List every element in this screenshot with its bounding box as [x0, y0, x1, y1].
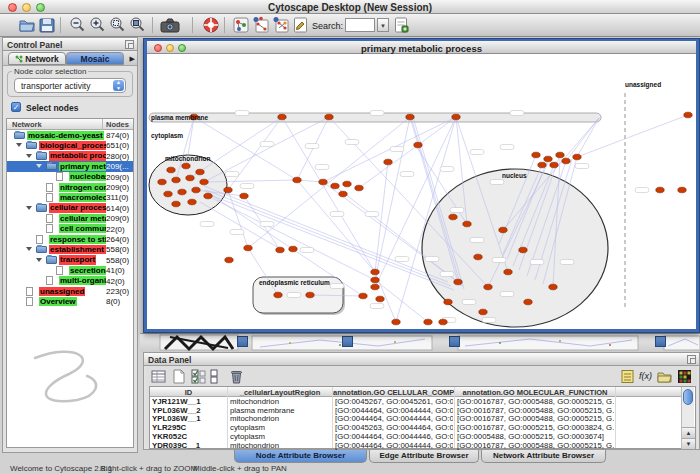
table-cell: mitochondrion [230, 415, 331, 424]
tree-row[interactable]: macromolecule311(0) [7, 192, 133, 202]
data-panel: Data Panel f(x) ID [143, 352, 700, 450]
zoom-fit-icon[interactable] [128, 16, 146, 34]
zoom-selected-icon[interactable] [108, 16, 126, 34]
tree-row[interactable]: unassigned223(0) [7, 286, 133, 296]
expand-icon[interactable] [36, 164, 42, 168]
birds-eye-view[interactable] [7, 308, 133, 447]
attribute-table: ID _cellularLayoutRegion annotation.GO C… [149, 386, 696, 449]
unselect-attributes-icon[interactable] [209, 369, 224, 384]
select-attributes-icon[interactable] [191, 369, 206, 384]
table-scrollbar[interactable]: ▲ ▼ [681, 387, 694, 449]
save-icon[interactable] [38, 16, 56, 34]
background-window-icon[interactable] [237, 336, 248, 347]
tree-row[interactable]: metabolic process280(0) [7, 151, 133, 161]
heatmap-icon[interactable] [677, 369, 692, 384]
birds-eye-network-preview [7, 308, 133, 447]
background-windows-strip[interactable] [140, 333, 700, 352]
tree-row[interactable]: Overview8(0) [7, 296, 133, 306]
tree-node-count: 558(0) [106, 245, 129, 254]
snapshot-icon[interactable] [160, 16, 180, 34]
help-ring-icon[interactable] [202, 16, 220, 34]
tree-row[interactable]: biological_process651(0) [7, 140, 133, 150]
expand-icon[interactable] [16, 143, 22, 147]
vizmapper-icon[interactable] [252, 16, 270, 34]
scroll-down-icon[interactable]: ▼ [682, 438, 695, 449]
table-row[interactable]: YPL036W__2plasma membrane[GO:0044464, GO… [150, 407, 682, 416]
background-window-icon[interactable] [449, 336, 460, 347]
search-input[interactable] [345, 18, 375, 32]
attribute-table-body: YJR121W__1mitochondrion[GO:0045267, GO:0… [150, 398, 682, 450]
import-attributes-icon[interactable] [657, 369, 672, 384]
tree-row[interactable]: secretion41(0) [7, 265, 133, 275]
network-node [178, 189, 186, 195]
tree-row[interactable]: cell communicat22(0) [7, 224, 133, 234]
folder-icon [36, 204, 47, 212]
new-attribute-icon[interactable] [171, 369, 186, 384]
select-nodes-checkbox[interactable]: ✓ [11, 102, 21, 112]
tree-row[interactable]: mosaic-demo-yeast874(0) [7, 130, 133, 140]
tree-row[interactable]: cellular process614(0) [7, 203, 133, 213]
table-row[interactable]: YPL036W__1mitochondrion[GO:0044464, GO:0… [150, 415, 682, 424]
tree-node-count: 22(0) [106, 225, 125, 234]
tree-row[interactable]: cellular metabol209(0) [7, 213, 133, 223]
tree-header[interactable]: Network Nodes [7, 119, 133, 130]
filter-icon[interactable] [272, 16, 290, 34]
tree-row[interactable]: establishment of lo558(0) [7, 244, 133, 254]
node-label-pill [462, 300, 476, 305]
network-node [573, 154, 581, 160]
zoom-in-icon[interactable] [88, 16, 106, 34]
open-icon[interactable] [18, 16, 36, 34]
new-document-icon[interactable] [394, 16, 409, 34]
network-node [532, 152, 540, 158]
table-row[interactable]: YKR052Ccytoplasm[GO:0044464, GO:0044446,… [150, 433, 682, 442]
table-row[interactable]: YDR039C__1mitochondrion[GO:0044464, GO:0… [150, 442, 682, 451]
network-node [392, 319, 400, 325]
network-node [343, 181, 351, 187]
search-options-icon[interactable]: ▼ [377, 18, 389, 32]
attribute-table-icon[interactable] [151, 369, 166, 384]
zoom-out-icon[interactable] [68, 16, 86, 34]
annotation-icon[interactable] [293, 16, 308, 34]
tree-row[interactable]: primary metabol209(... [7, 161, 133, 171]
scroll-up-icon[interactable]: ▲ [682, 427, 695, 438]
delete-attribute-icon[interactable] [229, 369, 244, 384]
tab-network[interactable]: Network [8, 52, 66, 65]
tree-row[interactable]: transport558(0) [7, 255, 133, 265]
expand-icon[interactable] [36, 258, 42, 262]
node-label-pill [287, 293, 301, 298]
tree-row[interactable]: multi-organism pro42(0) [7, 276, 133, 286]
tree-row[interactable]: nucleobase-c209(0) [7, 172, 133, 182]
file-icon [36, 235, 43, 244]
float-panel-icon[interactable] [687, 355, 696, 364]
table-cell: cytoplasm [230, 424, 331, 433]
attribute-table-header[interactable]: ID _cellularLayoutRegion annotation.GO C… [150, 387, 682, 397]
expand-icon[interactable] [26, 154, 32, 158]
notepad-icon[interactable] [620, 369, 635, 384]
expand-icon[interactable] [26, 247, 32, 251]
node-label-pill [440, 272, 454, 277]
float-panel-icon[interactable] [125, 40, 134, 49]
node-label-pill [300, 248, 314, 253]
network-node [424, 319, 432, 325]
table-row[interactable]: YJR121W__1mitochondrion[GO:0045267, GO:0… [150, 398, 682, 407]
function-builder-icon[interactable]: f(x) [638, 369, 653, 384]
background-window-icon[interactable] [342, 336, 353, 347]
network-canvas[interactable]: plasma membranecytoplasmmitochondrionnuc… [147, 54, 696, 330]
tree-row[interactable]: response to stimulu264(0) [7, 234, 133, 244]
expand-icon[interactable] [26, 206, 32, 210]
tab-mosaic[interactable]: Mosaic [66, 52, 124, 65]
scrollbar-thumb[interactable] [683, 389, 693, 405]
tree-row[interactable]: nitrogen compo209(0) [7, 182, 133, 192]
network-manager-icon[interactable] [232, 16, 250, 34]
background-window-icon[interactable] [655, 336, 666, 347]
tree-node-count: 614(0) [106, 204, 129, 213]
network-tree-body: mosaic-demo-yeast874(0)biological_proces… [7, 130, 133, 308]
node-label-pill [330, 284, 344, 289]
node-color-dropdown[interactable]: transporter activity ▲▼ [14, 78, 126, 93]
table-cell: [GO:0016787, GO:0005488, GO:0005215, G..… [457, 415, 614, 424]
table-row[interactable]: YLR295Ccytoplasm[GO:0045263, GO:0044464,… [150, 424, 682, 433]
network-node [200, 179, 208, 185]
network-node [274, 292, 282, 298]
tab-overflow-icon[interactable]: ▶ [130, 55, 135, 63]
network-window-titlebar[interactable]: primary metabolic process [147, 41, 696, 54]
